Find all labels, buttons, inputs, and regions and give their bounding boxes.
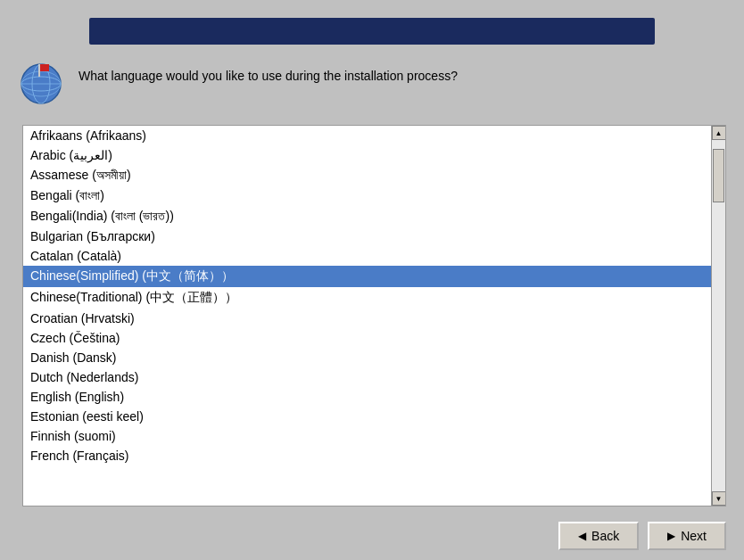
scroll-down-button[interactable]: ▼ xyxy=(712,491,726,506)
list-item[interactable]: Danish (Dansk) xyxy=(23,348,711,367)
list-item[interactable]: Catalan (Català) xyxy=(23,246,711,266)
scroll-up-button[interactable]: ▲ xyxy=(712,126,726,140)
list-item[interactable]: Arabic (العربية) xyxy=(23,145,711,165)
scrollbar-thumb[interactable] xyxy=(713,149,724,202)
header-section: What language would you like to use duri… xyxy=(18,61,726,107)
language-list-container: Afrikaans (Afrikaans)Arabic (العربية)Ass… xyxy=(22,125,726,506)
svg-rect-6 xyxy=(40,64,49,71)
back-button[interactable]: ◀ Back xyxy=(558,522,639,550)
list-item[interactable]: Bengali(India) (বাংলা (ভারত)) xyxy=(23,206,711,226)
svg-rect-5 xyxy=(38,64,40,77)
list-item[interactable]: Afrikaans (Afrikaans) xyxy=(23,126,711,145)
next-icon: ▶ xyxy=(667,530,675,542)
list-item[interactable]: Czech (Čeština) xyxy=(23,328,711,348)
scrollbar-track[interactable] xyxy=(712,140,725,491)
list-item[interactable]: Chinese(Simplified) (中文（简体）） xyxy=(23,266,711,287)
list-item[interactable]: Finnish (suomi) xyxy=(23,426,711,446)
progress-bar xyxy=(89,18,655,45)
back-label: Back xyxy=(591,529,619,543)
list-item[interactable]: Croatian (Hrvatski) xyxy=(23,309,711,328)
footer-section: ◀ Back ▶ Next xyxy=(0,511,744,560)
list-item[interactable]: Bengali (বাংলা) xyxy=(23,185,711,206)
list-item[interactable]: English (English) xyxy=(23,387,711,407)
language-list[interactable]: Afrikaans (Afrikaans)Arabic (العربية)Ass… xyxy=(23,126,711,506)
list-item[interactable]: Estonian (eesti keel) xyxy=(23,407,711,426)
next-label: Next xyxy=(681,529,707,543)
list-item[interactable]: French (Français) xyxy=(23,446,711,465)
list-item[interactable]: Dutch (Nederlands) xyxy=(23,367,711,387)
back-icon: ◀ xyxy=(578,530,586,542)
header-question: What language would you like to use duri… xyxy=(79,61,458,86)
globe-icon xyxy=(18,61,64,107)
list-item[interactable]: Assamese (অসমীয়া) xyxy=(23,165,711,185)
scrollbar[interactable]: ▲ ▼ xyxy=(711,126,725,506)
next-button[interactable]: ▶ Next xyxy=(648,522,726,550)
list-item[interactable]: Bulgarian (Български) xyxy=(23,226,711,246)
list-item[interactable]: Chinese(Traditional) (中文（正體）） xyxy=(23,287,711,309)
